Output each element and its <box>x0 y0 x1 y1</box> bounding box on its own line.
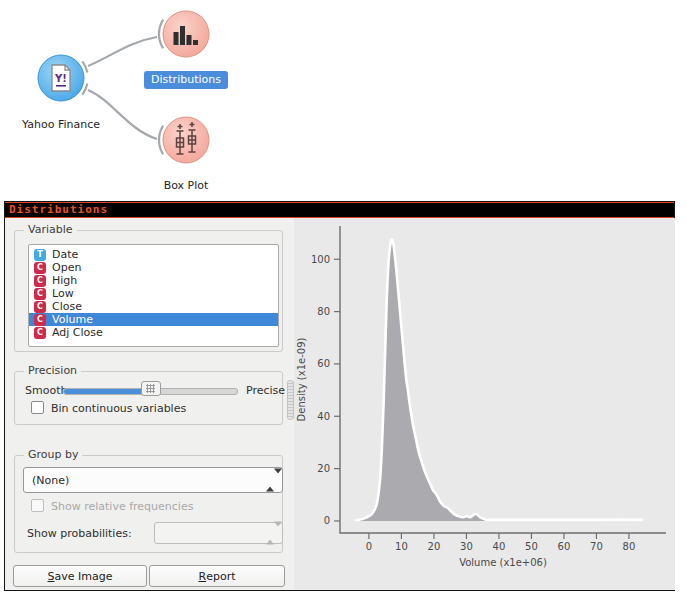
sink-anchor-arc <box>159 126 163 155</box>
precision-groupbox: Precision Smooth Precise Bin continuous … <box>14 371 283 425</box>
yahoo-finance-icon: Y! <box>52 65 70 91</box>
variable-item-label: Open <box>52 261 81 274</box>
window-titlebar[interactable]: Distributions <box>5 202 674 218</box>
y-axis-title: Density (x1e-09) <box>296 338 307 422</box>
group-by-combo[interactable]: (None) <box>23 467 283 493</box>
continuous-variable-icon: C <box>34 288 46 300</box>
variable-item-label: Date <box>52 248 78 261</box>
node-distributions[interactable] <box>163 11 209 57</box>
node-label-box-plot[interactable]: Box Plot <box>131 179 241 192</box>
y-tick-label: 100 <box>311 254 330 265</box>
y-tick-label: 80 <box>317 306 330 317</box>
time-variable-icon: T <box>34 249 46 261</box>
variable-item-label: Adj Close <box>52 326 103 339</box>
show-probabilities-combo[interactable] <box>154 522 283 544</box>
x-tick-label: 40 <box>493 541 506 552</box>
node-box-plot[interactable] <box>163 117 209 163</box>
x-tick-label: 70 <box>590 541 603 552</box>
x-tick-label: 0 <box>366 541 372 552</box>
group-by-groupbox: Group by (None) Show relative frequencie… <box>14 455 283 553</box>
x-tick-label: 50 <box>525 541 538 552</box>
panel-splitter-handle[interactable] <box>287 380 294 420</box>
window-body: Variable TDateCOpenCHighCLowCCloseCVolum… <box>5 218 674 590</box>
variable-item-date[interactable]: TDate <box>29 248 278 261</box>
precision-group-label: Precision <box>24 364 81 377</box>
node-label-distributions[interactable]: Distributions <box>144 71 228 89</box>
continuous-variable-icon: C <box>34 327 46 339</box>
screen: Y! <box>0 0 686 600</box>
report-button[interactable]: Report <box>149 565 285 587</box>
link-yahoo-boxplot[interactable] <box>88 90 157 139</box>
variable-item-low[interactable]: CLow <box>29 287 278 300</box>
variable-item-adj-close[interactable]: CAdj Close <box>29 326 278 339</box>
continuous-variable-icon: C <box>34 275 46 287</box>
link-yahoo-distributions[interactable] <box>88 37 157 66</box>
group-by-combo-value: (None) <box>32 474 69 487</box>
precise-label: Precise <box>246 384 285 397</box>
bin-continuous-checkbox[interactable] <box>31 401 44 414</box>
variable-groupbox: Variable TDateCOpenCHighCLowCCloseCVolum… <box>14 230 283 352</box>
x-tick-label: 30 <box>460 541 473 552</box>
save-image-button[interactable]: Save Image <box>13 565 147 587</box>
show-probabilities-label: Show probabilities: <box>27 527 132 540</box>
x-tick-label: 80 <box>623 541 636 552</box>
workflow-canvas[interactable]: Y! <box>0 0 686 201</box>
y-tick-label: 0 <box>324 515 330 526</box>
slider-grip-icon <box>146 384 155 393</box>
continuous-variable-icon: C <box>34 301 46 313</box>
variable-group-label: Variable <box>24 223 77 236</box>
variable-item-volume[interactable]: CVolume <box>29 313 278 326</box>
x-tick-label: 60 <box>558 541 571 552</box>
node-label-distributions-wrap: Distributions <box>131 71 241 89</box>
variable-item-open[interactable]: COpen <box>29 261 278 274</box>
variable-item-label: Volume <box>52 313 93 326</box>
y-tick-label: 40 <box>317 411 330 422</box>
smooth-label: Smooth <box>25 384 67 397</box>
variable-item-label: Close <box>52 300 82 313</box>
combo-stepper-icon[interactable] <box>266 474 275 487</box>
node-label-yahoo-finance[interactable]: Yahoo Finance <box>6 118 116 131</box>
x-tick-label: 10 <box>395 541 408 552</box>
variable-item-high[interactable]: CHigh <box>29 274 278 287</box>
continuous-variable-icon: C <box>34 262 46 274</box>
bin-continuous-label[interactable]: Bin continuous variables <box>51 402 186 415</box>
svg-text:Y!: Y! <box>54 73 67 84</box>
precision-slider-fill <box>64 389 144 394</box>
y-tick-label: 20 <box>317 463 330 474</box>
group-by-label: Group by <box>24 448 82 461</box>
x-axis-title: Volume (x1e+06) <box>459 557 547 568</box>
combo-stepper-icon <box>266 527 275 540</box>
show-relative-frequencies-checkbox[interactable] <box>31 499 44 512</box>
distributions-window: Distributions Variable TDateCOpenCHighCL… <box>4 201 675 591</box>
variable-list[interactable]: TDateCOpenCHighCLowCCloseCVolumeCAdj Clo… <box>28 244 279 347</box>
window-title: Distributions <box>9 203 108 216</box>
density-area-fill <box>356 240 642 521</box>
sink-anchor-arc <box>159 20 163 49</box>
variable-item-close[interactable]: CClose <box>29 300 278 313</box>
density-plot-panel[interactable]: 02040608010001020304050607080Volume (x1e… <box>294 218 675 590</box>
precision-slider-handle[interactable] <box>141 381 161 396</box>
x-tick-label: 20 <box>428 541 441 552</box>
node-yahoo-finance[interactable]: Y! <box>38 55 84 101</box>
show-relative-frequencies-label: Show relative frequencies <box>51 500 193 513</box>
workflow-graphics: Y! <box>0 0 686 201</box>
continuous-variable-icon: C <box>34 314 46 326</box>
y-tick-label: 60 <box>317 358 330 369</box>
variable-item-label: High <box>52 274 77 287</box>
density-plot-svg: 02040608010001020304050607080Volume (x1e… <box>294 218 675 590</box>
variable-item-label: Low <box>52 287 74 300</box>
